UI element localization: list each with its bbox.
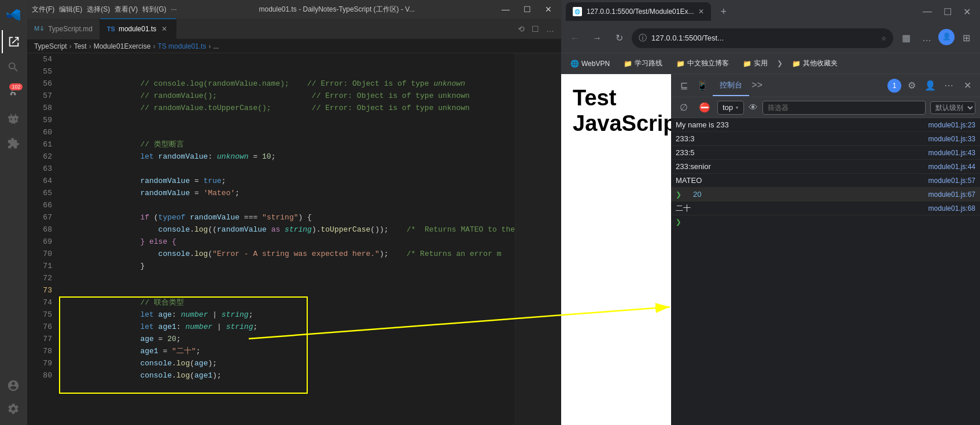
back-button[interactable]: ←: [566, 29, 584, 47]
devtools-actions: 1 ⚙ 👤 ⋯ ✕: [887, 78, 975, 94]
console-link[interactable]: module01.js:43: [929, 149, 975, 157]
bookmark-webvpn[interactable]: 🌐 WebVPN: [566, 57, 614, 71]
console-value-20: 20: [693, 190, 919, 199]
split-editor-button[interactable]: ☐: [529, 22, 541, 36]
breadcrumb-sep: ›: [69, 42, 72, 50]
bookmark-other[interactable]: 📁 其他收藏夹: [787, 57, 842, 71]
code-line-54: [59, 53, 515, 65]
console-filter-toggle[interactable]: ⛔: [697, 102, 713, 113]
cast-button[interactable]: ▦: [897, 29, 915, 47]
breadcrumb-item[interactable]: ...: [213, 42, 219, 50]
activity-extensions-icon[interactable]: [2, 132, 25, 155]
history-button[interactable]: ⟲: [515, 22, 527, 36]
close-button[interactable]: ✕: [540, 2, 557, 16]
webpage-preview: TestJavaScript: [561, 74, 671, 425]
console-clear-button[interactable]: ∅: [676, 102, 692, 113]
breadcrumb-item[interactable]: Module01Exercise: [94, 42, 151, 50]
breadcrumb-sep: ›: [89, 42, 91, 50]
browser-tab-close[interactable]: ✕: [698, 8, 704, 16]
console-link[interactable]: module01.js:44: [929, 163, 975, 171]
console-value: 二十: [676, 203, 919, 214]
devtools-tab-console[interactable]: 控制台: [713, 75, 749, 96]
code-editor[interactable]: 54 55 56 57 58 59 60 61 62 63 64 65 66 6…: [27, 53, 561, 425]
code-area[interactable]: // console.log(randomValue.name); // Err…: [59, 53, 515, 425]
maximize-button[interactable]: ☐: [519, 2, 536, 16]
console-value: My name is 233: [676, 120, 919, 129]
menu-edit[interactable]: 编辑(E): [59, 5, 82, 14]
menu-select[interactable]: 选择(S): [87, 5, 110, 14]
forward-button[interactable]: →: [588, 29, 606, 47]
minimize-button[interactable]: —: [497, 2, 514, 16]
console-row: 233:5 module01.js:43: [671, 146, 980, 160]
menu-goto[interactable]: 转到(G): [142, 5, 166, 14]
bookmark-learning[interactable]: 📁 学习路线: [619, 57, 667, 71]
refresh-button[interactable]: ↻: [610, 29, 628, 47]
menu-more[interactable]: ···: [171, 5, 177, 13]
extensions-button[interactable]: ⊞: [957, 29, 975, 47]
breadcrumb-item[interactable]: Test: [74, 42, 87, 50]
console-output: My name is 233 module01.js:23 233:3 modu…: [671, 118, 980, 425]
console-link[interactable]: module01.js:68: [929, 204, 975, 212]
more-actions-button[interactable]: …: [544, 22, 557, 36]
bookmark-practical[interactable]: 📁 实用: [738, 57, 772, 71]
breadcrumb-item-ts[interactable]: TS module01.ts: [157, 42, 206, 50]
devtools-settings-button[interactable]: ⚙: [904, 78, 920, 94]
browser-active-tab[interactable]: 🌐 127.0.0.1:5500/Test/Module01Ex... ✕: [566, 2, 711, 21]
console-filter-input[interactable]: [762, 101, 926, 115]
info-icon: ⓘ: [639, 33, 647, 43]
console-link[interactable]: module01.js:57: [929, 177, 975, 185]
tab-label: module01.ts: [119, 25, 156, 33]
new-tab-button[interactable]: +: [716, 3, 731, 20]
profile-avatar[interactable]: 👤: [938, 29, 955, 45]
devtools-inspect-button[interactable]: ⊑: [676, 78, 692, 94]
arrow-indicator: ❯: [676, 190, 681, 199]
code-line-63: randomValue = true;: [59, 163, 515, 175]
star-icon[interactable]: ☆: [882, 33, 886, 43]
close-browser[interactable]: ✕: [959, 4, 975, 20]
bookmark-folder-icon: 📁: [792, 60, 801, 68]
devtools-plus-button[interactable]: 1: [887, 79, 901, 93]
ts-icon: TS: [107, 25, 115, 32]
console-row: 233:senior module01.js:44: [671, 160, 980, 174]
activity-source-control-icon[interactable]: 102: [2, 81, 25, 104]
console-value: 233:senior: [676, 162, 919, 171]
breadcrumb-item[interactable]: TypeScript: [34, 42, 67, 50]
activity-settings-icon[interactable]: [2, 397, 25, 420]
tab-close-button[interactable]: ✕: [160, 24, 169, 34]
minimize-browser[interactable]: —: [918, 4, 937, 20]
devtools-close-button[interactable]: ✕: [959, 78, 975, 94]
menu-file[interactable]: 文件(F): [32, 5, 54, 14]
console-link[interactable]: module01.js:67: [929, 190, 975, 199]
console-prompt: ❯: [671, 215, 980, 229]
settings-button[interactable]: …: [918, 29, 936, 47]
activity-search-icon[interactable]: [2, 56, 25, 79]
bookmarks-more[interactable]: ❯: [777, 58, 783, 69]
tab-typescript-md[interactable]: M⇓ TypeScript.md: [27, 19, 100, 39]
activity-explorer-icon[interactable]: [2, 30, 25, 53]
devtools-topbar: ⊑ 📱 控制台 >> 1 ⚙ 👤 ⋯ ✕: [671, 74, 980, 97]
console-link[interactable]: module01.js:23: [929, 121, 975, 129]
browser-tab-bar: 🌐 127.0.0.1:5500/Test/Module01Ex... ✕ + …: [561, 0, 980, 23]
breadcrumb-sep: ›: [153, 42, 155, 50]
tab-module01-ts[interactable]: TS module01.ts ✕: [100, 19, 176, 39]
devtools-device-button[interactable]: 📱: [694, 78, 710, 94]
menu-view[interactable]: 查看(V): [115, 5, 138, 14]
console-link[interactable]: module01.js:33: [929, 135, 975, 143]
top-selector[interactable]: top ▾: [717, 101, 744, 115]
devtools-more-button[interactable]: ⋯: [941, 78, 957, 94]
maximize-browser[interactable]: ☐: [939, 4, 956, 20]
address-bar[interactable]: ⓘ 127.0.0.1:5500/Test... ☆: [632, 28, 893, 48]
bookmark-label: 其他收藏夹: [803, 58, 838, 68]
window-title: module01.ts - DailyNotes-TypeScript (工作区…: [259, 5, 415, 14]
activity-debug-icon[interactable]: [2, 107, 25, 130]
devtools-more-tabs[interactable]: >>: [751, 80, 762, 91]
activity-account-icon[interactable]: [2, 374, 25, 397]
bookmark-chinese-blog[interactable]: 📁 中文独立博客: [672, 57, 734, 71]
devtools-tab-label: 控制台: [720, 80, 742, 90]
code-line-55: // console.log(randomValue.name); // Err…: [59, 65, 515, 78]
console-eye-button[interactable]: 👁: [749, 102, 758, 113]
bookmark-icon: 🌐: [570, 60, 579, 68]
code-line-59: [59, 114, 515, 126]
console-level-select[interactable]: 默认级别: [930, 101, 975, 114]
devtools-dock-button[interactable]: 👤: [922, 78, 938, 94]
